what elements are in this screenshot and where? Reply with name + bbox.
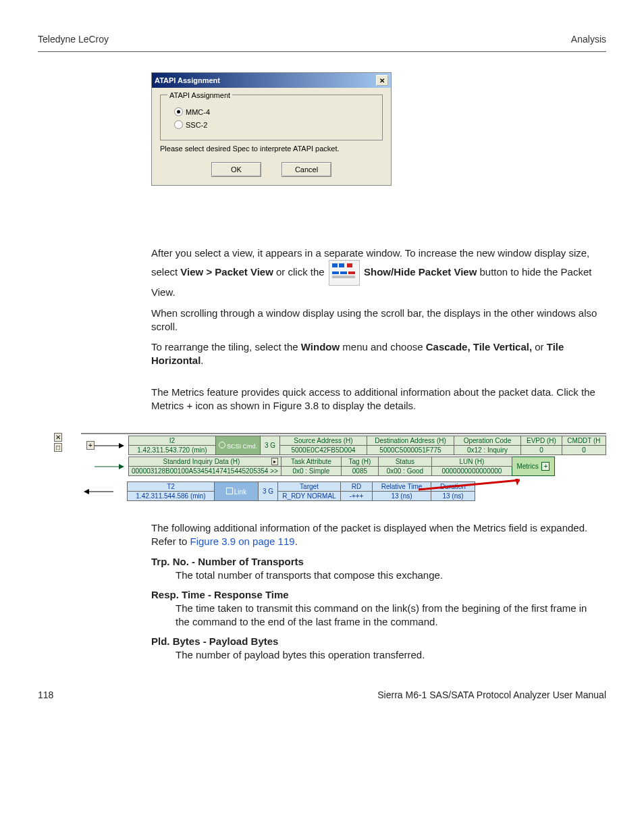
- def-trp-title: Trp. No. - Number of Transports: [151, 556, 603, 567]
- expand-plus-icon[interactable]: +: [86, 441, 95, 450]
- packet-row-inquiry: Standard Inquiry Data (H) ▸ Task Attribu…: [128, 457, 555, 476]
- cell-tag: 0085: [341, 467, 378, 476]
- menu-path: View > Packet View: [180, 266, 273, 278]
- cell-ts1: 1.42.311.543.720 (min): [129, 446, 216, 455]
- radio-ssc2-label: SSC-2: [186, 121, 207, 129]
- metrics-button[interactable]: Metrics +: [512, 457, 554, 476]
- cell-dur: 13 (ns): [431, 492, 475, 501]
- cell-cmddt: 0: [562, 446, 606, 455]
- header-right: Analysis: [571, 34, 606, 45]
- atapi-title: ATAPI Assignment: [155, 76, 220, 84]
- cell-std-h: Standard Inquiry Data (H) ▸: [129, 457, 281, 467]
- para-metrics: The Metrics feature provides quick acces…: [151, 386, 603, 413]
- packet-view-figure: ✕ □ + I2 SCSI Cmd. 3 G Source Address (H…: [54, 433, 606, 501]
- cell-rd-h: RD: [341, 482, 373, 492]
- page-number: 118: [38, 689, 53, 700]
- para-view-instructions: After you select a view, it appears in a…: [151, 246, 603, 300]
- show-hide-label: Show/Hide Packet View: [361, 266, 477, 278]
- cell-std: 000003128B00100A53454147415445205354 >>: [129, 467, 281, 476]
- radio-mmc4-label: MMC-4: [186, 108, 210, 116]
- cell-task-h: Task Attribute: [281, 457, 341, 467]
- p5dot: .: [295, 536, 298, 547]
- cell-src-h: Source Address (H): [279, 436, 367, 446]
- red-arrow-annotation: [419, 479, 527, 492]
- arrow-right-icon: [95, 441, 124, 450]
- svg-line-4: [419, 480, 520, 490]
- def-trp-body: The total number of transports that comp…: [176, 569, 603, 582]
- header-rule: [38, 51, 606, 52]
- packet-row-scsi: I2 SCSI Cmd. 3 G Source Address (H) Dest…: [128, 436, 606, 455]
- p3or: or: [532, 341, 547, 353]
- para-scrolling: When scrolling through a window display …: [151, 307, 603, 334]
- cell-task: 0x0 : Simple: [281, 467, 341, 476]
- cell-evpd: 0: [520, 446, 562, 455]
- atapi-fieldset: ATAPI Assignment MMC-4 SSC-2: [160, 95, 383, 140]
- cell-scsi-cmd: SCSI Cmd.: [215, 436, 260, 455]
- radio-mmc4[interactable]: MMC-4: [174, 107, 375, 116]
- para-tiling: To rearrange the tiling, select the Wind…: [151, 340, 603, 368]
- ok-button[interactable]: OK: [211, 162, 261, 177]
- def-resp-title: Resp. Time - Response Time: [151, 589, 603, 600]
- window-menu: Window: [301, 341, 340, 353]
- expand-square-icon[interactable]: □: [54, 443, 62, 452]
- def-pld-title: Pld. Bytes - Payload Bytes: [151, 635, 603, 647]
- para1-mid: or click the: [273, 266, 327, 278]
- cell-link-hdr: Link: [215, 482, 259, 501]
- cell-3g-2: 3 G: [259, 482, 278, 501]
- atapi-hint: Please select desired Spec to interprete…: [160, 145, 383, 153]
- cell-target: R_RDY NORMAL: [278, 492, 341, 501]
- radio-unselected-icon: [174, 120, 183, 129]
- svg-marker-3: [119, 464, 124, 469]
- cell-t2: T2: [128, 482, 215, 492]
- p3mid: menu and choose: [340, 341, 426, 353]
- svg-marker-7: [84, 489, 89, 494]
- arrow-left-icon: [84, 487, 113, 496]
- header-left: Teledyne LeCroy: [38, 34, 109, 45]
- show-hide-packet-view-icon: [329, 260, 360, 286]
- cell-cmddt-h: CMDDT (H: [562, 436, 606, 446]
- cell-lun-h: LUN (H): [431, 457, 512, 467]
- cell-evpd-h: EVPD (H): [520, 436, 562, 446]
- p3dot: .: [200, 355, 203, 366]
- cell-status: 0x00 : Good: [378, 467, 431, 476]
- figure-3-9-link[interactable]: Figure 3.9 on page 119: [190, 536, 295, 547]
- cell-rd: -+++: [341, 492, 373, 501]
- cell-status-h: Status: [378, 457, 431, 467]
- def-pld-body: The number of payload bytes this operati…: [176, 648, 603, 662]
- manual-title: Sierra M6-1 SAS/SATA Protocol Analyzer U…: [377, 689, 606, 700]
- expand-icon[interactable]: ▸: [271, 458, 278, 465]
- atapi-dialog: ATAPI Assignment ✕ ATAPI Assignment MMC-…: [151, 72, 392, 186]
- metrics-plus-icon[interactable]: +: [541, 462, 549, 471]
- cell-i2: I2: [129, 436, 216, 446]
- cancel-button[interactable]: Cancel: [281, 162, 331, 177]
- cell-tag-h: Tag (H): [341, 457, 378, 467]
- cell-op-h: Operation Code: [454, 436, 520, 446]
- def-resp-body: The time taken to transmit this command …: [176, 602, 603, 629]
- cell-src: 5000E0C42FB5D004: [279, 446, 367, 455]
- cell-op: 0x12 : Inquiry: [454, 446, 520, 455]
- p3a: To rearrange the tiling, select the: [151, 341, 301, 353]
- cell-3g-1: 3 G: [261, 436, 280, 455]
- cell-target-h: Target: [278, 482, 341, 492]
- svg-marker-1: [119, 443, 124, 448]
- radio-selected-icon: [174, 107, 183, 116]
- radio-ssc2[interactable]: SSC-2: [174, 120, 375, 129]
- cell-ts3: 1.42.311.544.586 (min): [128, 492, 215, 501]
- close-icon[interactable]: ✕: [376, 75, 388, 86]
- para-expanded: The following additional information of …: [151, 521, 603, 549]
- cell-dst-h: Destination Address (H): [367, 436, 454, 446]
- arrow-right-icon: [95, 462, 124, 471]
- cell-dst: 5000C5000051F775: [367, 446, 454, 455]
- tile-options: Cascade, Tile Vertical,: [426, 341, 532, 353]
- collapse-x-icon[interactable]: ✕: [54, 433, 62, 442]
- cell-lun: 0000000000000000: [431, 467, 512, 476]
- cell-rel: 13 (ns): [373, 492, 431, 501]
- atapi-legend: ATAPI Assignment: [167, 91, 232, 99]
